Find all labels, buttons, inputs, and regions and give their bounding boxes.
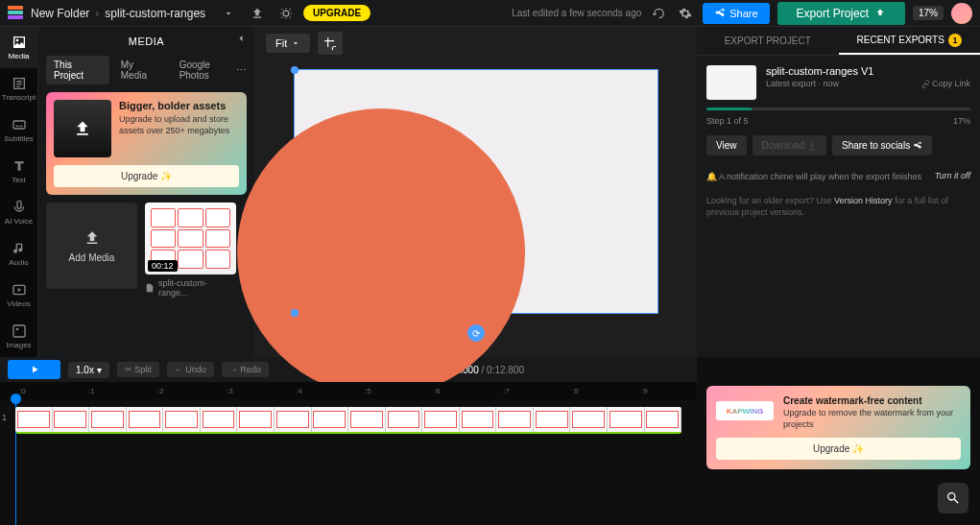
media-item-label: split-custom-range... [145, 274, 236, 301]
media-panel-title: MEDIA [38, 27, 254, 56]
share-button[interactable]: Share [703, 3, 769, 24]
copy-link-button[interactable]: Copy Link [921, 79, 970, 88]
breadcrumb: New Folder › split-custom-ranges [31, 7, 205, 20]
watermark-promo: KAPWING Create watermark-free content Up… [706, 386, 970, 469]
sidebar-item-aivoice[interactable]: AI Voice [0, 192, 37, 233]
upgrade-promo: Bigger, bolder assets Upgrade to upload … [46, 92, 247, 195]
play-button[interactable] [8, 360, 60, 379]
folder-name[interactable]: New Folder [31, 7, 89, 20]
export-thumbnail[interactable] [706, 65, 756, 100]
version-history-link[interactable]: Version History [834, 196, 893, 205]
tab-this-project[interactable]: This Project [46, 56, 109, 84]
fit-button[interactable]: Fit [266, 34, 310, 53]
history-icon[interactable] [649, 4, 668, 23]
turn-off-button[interactable]: Turn it off [935, 171, 970, 180]
logo[interactable] [8, 6, 23, 21]
canvas-shape[interactable] [237, 108, 525, 396]
tool-sidebar: Media Transcript Subtitles Text AI Voice… [0, 27, 38, 357]
watermark-desc: Upgrade to remove the watermark from you… [783, 408, 961, 430]
promo-upgrade-button[interactable]: Upgrade ✨ [54, 165, 239, 187]
progress-bar [706, 107, 970, 110]
tab-export-project[interactable]: EXPORT PROJECT [697, 27, 839, 55]
duration-badge: 00:12 [148, 260, 178, 272]
chevron-down-icon[interactable] [219, 4, 238, 23]
export-project-button[interactable]: Export Project [777, 2, 905, 25]
gear-icon[interactable] [676, 4, 695, 23]
sidebar-item-images[interactable]: Images [0, 316, 37, 357]
export-title: split-custom-ranges V1 [766, 65, 970, 77]
rotate-handle[interactable]: ⟳ [467, 324, 485, 342]
track-label: 1 [2, 413, 7, 422]
promo-title: Bigger, bolder assets [119, 100, 239, 111]
sidebar-item-audio[interactable]: Audio [0, 233, 37, 274]
sidebar-item-text[interactable]: Text [0, 151, 37, 192]
sun-icon[interactable] [276, 4, 296, 23]
sidebar-item-videos[interactable]: Videos [0, 274, 37, 316]
project-name[interactable]: split-custom-ranges [105, 7, 205, 20]
share-socials-button[interactable]: Share to socials [832, 135, 932, 155]
sidebar-item-subtitles[interactable]: Subtitles [0, 109, 37, 151]
zoom-select[interactable]: 1.0x ▾ [68, 362, 109, 378]
timeline-ruler[interactable]: :0 :1 :2 :3 :4 :5 :6 :7 :8 :9 [0, 382, 697, 399]
promo-image [54, 100, 111, 157]
svg-point-0 [15, 39, 18, 42]
progress-step: Step 1 of 5 [706, 116, 749, 126]
last-edited: Last edited a few seconds ago [512, 8, 641, 18]
undo-button[interactable]: ← Undo [167, 362, 214, 377]
sidebar-item-media[interactable]: Media [0, 27, 37, 68]
redo-button[interactable]: → Redo [222, 362, 269, 377]
older-export-text: Looking for an older export? Use Version… [706, 195, 970, 219]
upload-icon[interactable] [248, 4, 267, 23]
collapse-icon[interactable] [235, 33, 247, 46]
more-icon[interactable]: ⋯ [236, 64, 247, 77]
watermark-upgrade-button[interactable]: Upgrade ✨ [716, 438, 961, 460]
upgrade-button[interactable]: UPGRADE [303, 5, 370, 21]
avatar[interactable] [951, 3, 972, 24]
view-button[interactable]: View [706, 135, 747, 155]
tab-my-media[interactable]: My Media [113, 56, 168, 84]
tab-recent-exports[interactable]: RECENT EXPORTS1 [839, 27, 981, 55]
svg-rect-3 [13, 325, 25, 337]
video-track[interactable] [15, 407, 681, 434]
export-meta: Latest export · now [766, 79, 839, 88]
watermark-title: Create watermark-free content [783, 395, 961, 406]
sidebar-item-transcript[interactable]: Transcript [0, 68, 37, 109]
resize-handle-tl[interactable] [291, 66, 299, 74]
progress-percent: 17% [953, 116, 970, 126]
crop-button[interactable] [318, 32, 343, 55]
svg-rect-1 [13, 121, 25, 129]
download-button[interactable]: Download [753, 135, 826, 155]
kapwing-logo: KAPWING [716, 401, 774, 420]
export-percent: 17% [913, 6, 944, 20]
exports-count-badge: 1 [948, 34, 962, 47]
canvas[interactable]: ⟳ [294, 69, 658, 314]
add-media-button[interactable]: Add Media [46, 203, 137, 289]
split-button[interactable]: ✂ Split [117, 362, 159, 377]
media-item[interactable]: 00:12 split-custom-range... [145, 203, 236, 301]
breadcrumb-sep: › [95, 7, 99, 20]
search-button[interactable] [938, 483, 968, 513]
promo-desc: Upgrade to upload and store assets over … [119, 114, 239, 136]
svg-point-4 [15, 328, 18, 331]
chime-notice: 🔔 A notification chime will play when th… [706, 171, 927, 183]
resize-handle-bl[interactable] [291, 309, 299, 317]
